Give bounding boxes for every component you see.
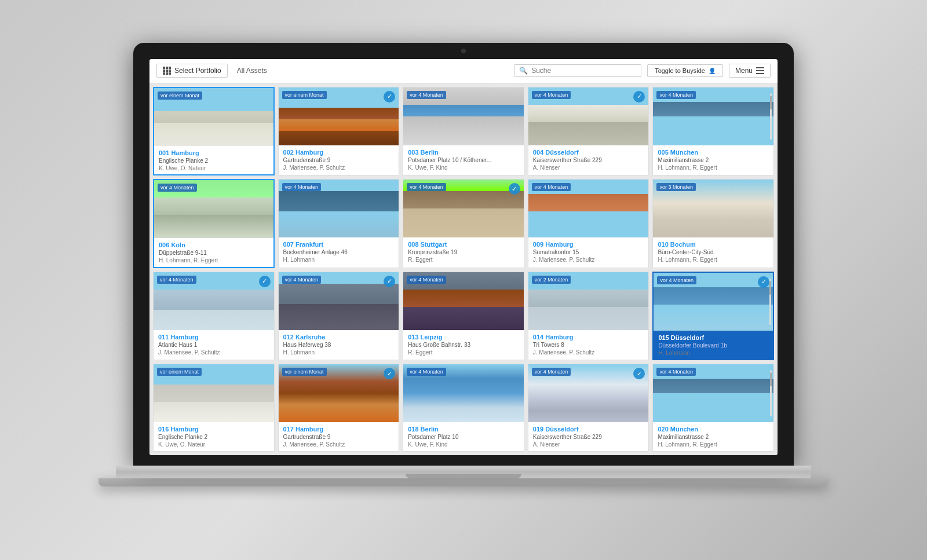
property-card[interactable]: vor 4 Monaten 006 Köln Düppelstraße 9-11… [153, 179, 275, 268]
property-card[interactable]: vor 4 Monaten 007 Frankfurt Bockenheimer… [278, 179, 400, 268]
card-address: Kronprinzstraße 19 [408, 249, 519, 255]
property-card[interactable]: vor 4 Monaten 018 Berlin Potsdamer Platz… [403, 364, 524, 452]
card-image: vor 4 Monaten [653, 87, 773, 145]
card-image: vor 4 Monaten ✓ [279, 272, 399, 330]
property-card[interactable]: vor 4 Monaten ✓ 004 Düsseldorf Kaiserswe… [528, 87, 649, 176]
card-info: 017 Hamburg Gartrudenstraße 9 J. Mariens… [279, 422, 399, 451]
timestamp-badge: vor 4 Monaten [532, 91, 571, 99]
laptop-bottom [98, 478, 829, 486]
card-address: Englische Planke 2 [159, 158, 269, 164]
card-agents: A. Nienser [533, 441, 644, 448]
card-agents: J. Mariensee, P. Schultz [158, 349, 269, 356]
property-card[interactable]: vor 3 Monaten 010 Bochum Büro-Center-Cit… [652, 179, 774, 268]
toggle-buyside-label: Toggle to Buyside [655, 67, 705, 74]
timestamp-badge: vor 4 Monaten [656, 368, 696, 376]
check-badge: ✓ [758, 276, 769, 288]
card-image: vor einem Monat ✓ [279, 87, 399, 145]
menu-button[interactable]: Menu [729, 64, 771, 78]
card-address: Tri Towers 8 [533, 342, 644, 348]
timestamp-badge: vor 4 Monaten [532, 368, 571, 376]
card-title: 008 Stuttgart [408, 241, 519, 248]
property-card[interactable]: vor einem Monat 001 Hamburg Englische Pl… [153, 87, 275, 176]
card-address: Maximilianstrasse 2 [658, 434, 769, 440]
card-title: 010 Bochum [658, 241, 769, 248]
property-card[interactable]: vor 4 Monaten ✓ 011 Hamburg Atlantic Hau… [153, 272, 275, 361]
property-card[interactable]: vor 4 Monaten ✓ 008 Stuttgart Kronprinzs… [403, 179, 524, 268]
timestamp-badge: vor 4 Monaten [407, 368, 446, 376]
property-card[interactable]: vor 4 Monaten ✓ 019 Düsseldorf Kaiserswe… [528, 364, 649, 452]
timestamp-badge: vor 4 Monaten [532, 183, 571, 191]
card-agents: K. Uwe, F. Kind [408, 441, 519, 448]
card-address: Düsseldorfer Boulevard 1b [658, 342, 768, 349]
property-card[interactable]: vor 4 Monaten ✓ 012 Karlsruhe Haus Hafer… [278, 272, 400, 361]
property-card[interactable]: vor 4 Monaten 013 Leipzig Haus Große Bah… [403, 272, 524, 361]
scroll-indicator [770, 93, 772, 140]
card-agents: J. Mariensee, P. Schultz [533, 349, 644, 356]
card-image: vor 4 Monaten [154, 180, 273, 238]
timestamp-badge: vor 4 Monaten [657, 276, 696, 284]
card-info: 001 Hamburg Englische Planke 2 K. Uwe, O… [154, 146, 273, 175]
check-badge: ✓ [509, 183, 520, 195]
card-image: vor 4 Monaten ✓ [154, 272, 274, 330]
card-title: 020 München [658, 426, 769, 433]
card-image: vor einem Monat [154, 364, 274, 422]
card-info: 013 Leipzig Haus Große Bahnstr. 33 R. Eg… [403, 330, 524, 359]
card-title: 019 Düsseldorf [533, 426, 644, 433]
card-address: Düppelstraße 9-11 [159, 250, 269, 256]
card-info: 012 Karlsruhe Haus Haferweg 38 H. Lohman… [279, 330, 399, 359]
timestamp-badge: vor 4 Monaten [656, 91, 696, 99]
property-card[interactable]: vor 4 Monaten ✓ 015 Düsseldorf Düsseldor… [652, 272, 774, 361]
property-card[interactable]: vor einem Monat 016 Hamburg Englische Pl… [153, 364, 275, 452]
card-address: Kaiserswerther Straße 229 [533, 434, 644, 440]
card-address: Maximilianstrasse 2 [658, 157, 769, 163]
select-portfolio-button[interactable]: Select Portfolio [156, 64, 228, 78]
card-title: 018 Berlin [408, 426, 519, 433]
card-address: Sumatrakontor 15 [533, 249, 644, 255]
all-assets-label: All Assets [233, 67, 271, 75]
check-badge: ✓ [633, 368, 645, 379]
card-title: 014 Hamburg [533, 334, 644, 341]
timestamp-badge: vor 4 Monaten [157, 276, 196, 284]
card-image: vor 4 Monaten ✓ [528, 364, 649, 422]
camera [461, 49, 466, 53]
card-image: vor 4 Monaten [653, 364, 773, 422]
property-card[interactable]: vor 2 Monaten 014 Hamburg Tri Towers 8 J… [528, 272, 649, 361]
property-card[interactable]: vor 4 Monaten 005 München Maximilianstra… [652, 87, 774, 176]
property-card[interactable]: vor 4 Monaten 003 Berlin Potsdamer Platz… [403, 87, 524, 176]
card-info: 016 Hamburg Englische Planke 2 K. Uwe, O… [154, 422, 274, 451]
card-title: 011 Hamburg [158, 334, 269, 341]
card-title: 009 Hamburg [533, 241, 644, 248]
card-agents: R. Eggert [408, 257, 519, 263]
scroll-indicator [769, 279, 771, 325]
toggle-buyside-button[interactable]: Toggle to Buyside 👤 [647, 64, 723, 77]
card-agents: J. Mariensee, P. Schultz [283, 164, 395, 171]
buyside-icon: 👤 [709, 68, 716, 74]
card-title: 007 Frankfurt [283, 241, 395, 248]
card-info: 019 Düsseldorf Kaiserswerther Straße 229… [528, 422, 649, 451]
property-card[interactable]: vor einem Monat ✓ 017 Hamburg Gartrudens… [278, 364, 400, 452]
card-info: 002 Hamburg Gartrudenstraße 9 J. Mariens… [279, 145, 399, 174]
card-agents: J. Mariensee, P. Schultz [283, 441, 395, 448]
card-agents: H. Lohmann, R. Eggert [159, 257, 269, 263]
property-card[interactable]: vor 4 Monaten 009 Hamburg Sumatrakontor … [528, 179, 649, 268]
card-agents: K. Uwe, F. Kind [408, 164, 519, 171]
card-title: 002 Hamburg [283, 149, 395, 156]
card-agents: H. Lohmann, R. Eggert [658, 441, 769, 448]
property-card[interactable]: vor einem Monat ✓ 002 Hamburg Gartrudens… [278, 87, 400, 176]
card-title: 015 Düsseldorf [658, 334, 768, 341]
property-card[interactable]: vor 4 Monaten 020 München Maximilianstra… [652, 364, 774, 452]
card-info: 018 Berlin Potsdamer Platz 10 K. Uwe, F.… [403, 422, 524, 451]
card-info: 004 Düsseldorf Kaiserswerther Straße 229… [528, 145, 649, 174]
card-info: 014 Hamburg Tri Towers 8 J. Mariensee, P… [528, 330, 649, 359]
check-badge: ✓ [384, 368, 395, 379]
property-grid: vor einem Monat 001 Hamburg Englische Pl… [149, 83, 778, 455]
card-image: vor 4 Monaten ✓ [528, 87, 649, 145]
card-address: Atlantic Haus 1 [158, 342, 269, 348]
timestamp-badge: vor 4 Monaten [407, 276, 446, 284]
card-title: 016 Hamburg [158, 426, 269, 433]
card-address: Englische Planke 2 [158, 434, 269, 440]
search-input[interactable] [531, 67, 636, 75]
card-address: Gartrudenstraße 9 [283, 157, 395, 163]
card-address: Gartrudenstraße 9 [283, 434, 395, 440]
timestamp-badge: vor einem Monat [158, 91, 202, 100]
